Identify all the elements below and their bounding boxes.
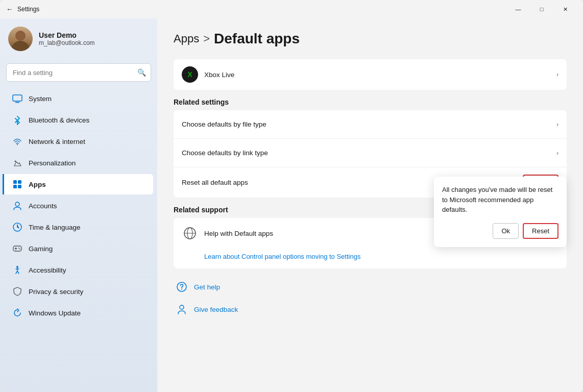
content-area: User Demo m_lab@outlook.com 🔍 System (0, 18, 583, 392)
sidebar-item-accounts[interactable]: Accounts (4, 195, 153, 216)
network-icon (12, 136, 22, 146)
settings-window: ← Settings — □ ✕ User Demo m_lab@outlook… (0, 0, 583, 392)
sidebar-item-privacy[interactable]: Privacy & security (4, 281, 153, 302)
xbox-live-item[interactable]: X Xbox Live › (174, 59, 567, 90)
titlebar-controls: — □ ✕ (506, 0, 577, 18)
sidebar-item-personalization[interactable]: Personalization (4, 153, 153, 173)
system-icon (12, 93, 22, 104)
sidebar-item-network-label: Network & internet (29, 138, 85, 145)
sidebar-item-bluetooth[interactable]: Bluetooth & devices (4, 110, 153, 130)
svg-point-12 (18, 248, 19, 249)
give-feedback-label: Give feedback (194, 306, 238, 313)
file-type-chevron: › (556, 121, 558, 128)
sidebar-item-accounts-label: Accounts (29, 202, 57, 210)
give-feedback-link[interactable]: Give feedback (174, 299, 567, 320)
breadcrumb-separator: > (203, 32, 210, 45)
sidebar-item-update[interactable]: Windows Update (4, 303, 153, 323)
search-icon: 🔍 (137, 68, 146, 77)
breadcrumb-current: Default apps (214, 31, 300, 47)
svg-point-13 (19, 249, 20, 250)
link-type-chevron: › (556, 150, 558, 157)
sidebar: User Demo m_lab@outlook.com 🔍 System (0, 18, 157, 392)
titlebar-left: ← Settings (6, 5, 39, 13)
breadcrumb: Apps > Default apps (174, 31, 567, 47)
file-type-label: Choose defaults by file type (182, 120, 556, 128)
xbox-live-label: Xbox Live (204, 71, 556, 79)
user-email: m_lab@outlook.com (39, 39, 149, 46)
sidebar-item-gaming-label: Gaming (29, 245, 53, 253)
svg-point-4 (15, 161, 16, 162)
sidebar-item-accessibility-label: Accessibility (29, 266, 66, 274)
sidebar-item-accessibility[interactable]: Accessibility (4, 260, 153, 280)
popup-message: All changes you've made will be reset to… (442, 185, 558, 215)
sidebar-item-update-label: Windows Update (29, 309, 81, 317)
popup-buttons: Ok Reset (442, 223, 558, 239)
apps-icon (12, 179, 22, 189)
sidebar-item-apps-label: Apps (29, 181, 46, 188)
sidebar-item-gaming[interactable]: Gaming (4, 238, 153, 259)
footer-links: Get help Give feedback (174, 277, 567, 320)
sidebar-item-network[interactable]: Network & internet (4, 131, 153, 152)
svg-point-19 (181, 289, 182, 290)
link-type-label: Choose defaults by link type (182, 149, 556, 157)
give-feedback-icon (176, 303, 188, 315)
reset-confirmation-popup: All changes you've made will be reset to… (434, 177, 567, 247)
close-button[interactable]: ✕ (553, 0, 577, 18)
apps-card: X Xbox Live › (174, 59, 567, 90)
sidebar-item-system[interactable]: System (4, 88, 153, 109)
bluetooth-icon (12, 115, 22, 125)
back-icon[interactable]: ← (6, 5, 13, 13)
privacy-icon (12, 286, 22, 297)
svg-point-3 (17, 144, 18, 145)
file-type-item[interactable]: Choose defaults by file type › (174, 110, 567, 139)
update-icon (12, 308, 22, 318)
get-help-icon (176, 281, 188, 293)
maximize-button[interactable]: □ (530, 0, 553, 18)
avatar (8, 27, 33, 51)
xbox-live-icon: X (182, 66, 198, 83)
svg-rect-6 (18, 180, 21, 184)
help-globe-icon (182, 225, 198, 241)
svg-point-20 (180, 305, 184, 309)
xbox-live-chevron: › (556, 71, 558, 78)
popup-reset-button[interactable]: Reset (523, 223, 558, 239)
svg-rect-0 (13, 95, 22, 101)
personalization-icon (12, 158, 22, 168)
svg-rect-5 (13, 180, 17, 184)
minimize-button[interactable]: — (506, 0, 530, 18)
ok-button[interactable]: Ok (493, 223, 519, 239)
user-section[interactable]: User Demo m_lab@outlook.com (0, 18, 157, 59)
user-name: User Demo (39, 31, 149, 39)
link-type-item[interactable]: Choose defaults by link type › (174, 139, 567, 167)
gaming-icon (12, 243, 22, 254)
search-box: 🔍 (6, 63, 151, 82)
accounts-icon (12, 201, 22, 211)
breadcrumb-parent[interactable]: Apps (174, 32, 199, 45)
get-help-link[interactable]: Get help (174, 277, 567, 297)
search-input[interactable] (6, 63, 151, 82)
user-info: User Demo m_lab@outlook.com (39, 31, 149, 46)
learn-link[interactable]: Learn about Control panel options moving… (174, 249, 567, 268)
sidebar-item-bluetooth-label: Bluetooth & devices (29, 116, 89, 124)
sidebar-item-system-label: System (29, 95, 52, 103)
get-help-label: Get help (194, 283, 220, 291)
svg-point-9 (15, 202, 19, 206)
time-icon (12, 222, 22, 232)
titlebar: ← Settings — □ ✕ (0, 0, 583, 18)
svg-rect-7 (13, 185, 17, 188)
svg-rect-2 (14, 101, 20, 102)
svg-rect-1 (15, 102, 19, 103)
accessibility-icon (12, 265, 22, 275)
sidebar-item-apps[interactable]: Apps (3, 174, 153, 194)
related-settings-title: Related settings (174, 98, 567, 106)
sidebar-item-personalization-label: Personalization (29, 159, 76, 167)
sidebar-item-time[interactable]: Time & language (4, 217, 153, 237)
sidebar-item-time-label: Time & language (29, 224, 81, 231)
svg-rect-8 (18, 185, 21, 188)
sidebar-item-privacy-label: Privacy & security (29, 288, 83, 296)
main-content: Apps > Default apps X Xbox Live › Relate… (157, 18, 583, 392)
window-title: Settings (17, 6, 39, 13)
